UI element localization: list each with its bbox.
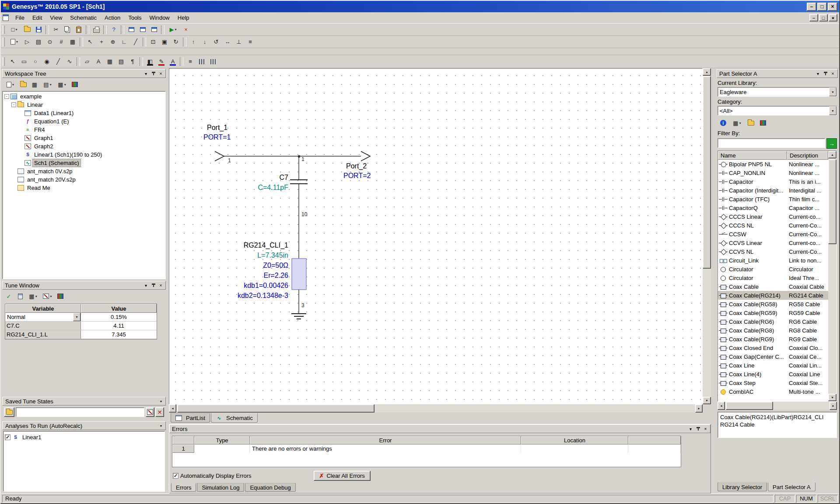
part-row[interactable]: CombIAC Multi-tone ... — [718, 387, 828, 396]
errors-column-header[interactable] — [172, 436, 194, 444]
schematic-canvas[interactable]: Port_1 PORT=1 1 1 Port_2 PORT=2 C7 C=4.1… — [169, 68, 703, 404]
close-button[interactable]: × — [702, 426, 709, 432]
part-info-button[interactable]: i — [718, 118, 729, 128]
part-row[interactable]: Circulator Ideal Thre... — [718, 273, 828, 282]
errors-column-header[interactable]: Type — [194, 436, 250, 444]
tune-value-cell[interactable]: 0.15% — [81, 313, 157, 321]
scroll-up-icon[interactable]: ▴ — [828, 151, 836, 158]
snap-grid-button[interactable]: # — [56, 37, 67, 47]
tab-library-selector[interactable]: Library Selector — [718, 483, 767, 491]
close-button[interactable]: × — [828, 3, 837, 11]
restore-button[interactable]: □ — [817, 3, 827, 11]
stop-analyses-button[interactable]: × — [180, 24, 192, 35]
part-row[interactable]: Coax Cable Coaxial Cable — [718, 282, 828, 291]
tree-item-example[interactable]: - example — [3, 92, 165, 101]
part-row[interactable]: Coax Closed End Coaxial Clo... — [718, 343, 828, 352]
dataset-button[interactable]: ▤ — [33, 37, 44, 47]
paste-button[interactable] — [73, 24, 84, 35]
tab-schematic[interactable]: ∿ Schematic — [211, 413, 258, 423]
tune-column-header[interactable]: Value — [81, 304, 157, 313]
browse-parts-button[interactable] — [745, 118, 756, 128]
errors-column-header[interactable] — [628, 436, 681, 444]
apply-tune-button[interactable]: ✓ — [3, 291, 14, 301]
libraries-button[interactable] — [69, 79, 80, 90]
copy-button[interactable] — [62, 24, 73, 35]
libraries-button[interactable] — [757, 118, 769, 128]
coax-param[interactable]: Er=2.26 — [182, 270, 288, 280]
part-row[interactable]: CCVS Linear Current-co... — [718, 238, 828, 247]
pin-button[interactable] — [822, 70, 829, 77]
canvas-vscrollbar[interactable]: ▴ ▾ — [703, 68, 711, 404]
checkbox[interactable] — [5, 434, 10, 440]
line-color-button[interactable]: ✎ — [156, 56, 167, 67]
menu-item[interactable]: Schematic — [66, 13, 101, 22]
part-row[interactable]: CCSW Current-Co... — [718, 230, 828, 238]
port1-param[interactable]: PORT=1 — [203, 133, 231, 141]
pan-tool-button[interactable]: + — [96, 37, 107, 47]
open-state-button[interactable] — [4, 407, 14, 417]
move-up-button[interactable]: ↑ — [188, 37, 199, 47]
analysis-linear1[interactable]: S Linear1 — [5, 433, 163, 441]
tune-value-cell[interactable]: 7.345 — [81, 330, 157, 339]
chevron-down-icon[interactable] — [73, 313, 80, 321]
clear-state-button[interactable]: ✕ — [155, 407, 164, 417]
open-button[interactable] — [21, 24, 33, 35]
scroll-thumb[interactable] — [177, 404, 374, 413]
select-tool-button[interactable]: ↖ — [7, 56, 18, 67]
tree-item-antmatch-20v[interactable]: ant_match 20V.s2p — [3, 175, 165, 184]
tree-item-antmatch-0v[interactable]: ant_match 0V.s2p — [3, 167, 165, 175]
capacitor-label[interactable]: C7 — [235, 174, 288, 182]
scroll-up-icon[interactable]: ▴ — [703, 68, 711, 76]
capacitor-value[interactable]: C=4.11pF — [217, 184, 288, 192]
fill-color-button[interactable]: ◧ — [144, 56, 156, 67]
libraries-button[interactable] — [55, 291, 66, 301]
part-row[interactable]: CAP_NONLIN Nonlinear ... — [718, 168, 828, 177]
tile-vertical-button[interactable] — [148, 24, 160, 35]
new-button[interactable]: □ — [7, 24, 21, 35]
part-row[interactable]: Coax Cable(RG59) RG59 Cable — [718, 308, 828, 317]
zoom-fit-button[interactable]: ▣ — [159, 37, 170, 47]
scroll-thumb[interactable] — [703, 76, 711, 269]
auto-display-errors-option[interactable]: Automatically Display Errors — [173, 472, 252, 480]
plot-state-button[interactable] — [146, 407, 154, 417]
tree-item-linear[interactable]: - Linear — [3, 101, 165, 109]
part-row[interactable]: CCCS NL Current-Co... — [718, 221, 828, 230]
calculator-button[interactable] — [14, 291, 26, 301]
scroll-down-icon[interactable]: ▾ — [703, 397, 711, 404]
new-item-button[interactable] — [3, 79, 18, 90]
coax-param[interactable]: kdb2=0.1348e-3 — [182, 290, 288, 301]
scroll-thumb[interactable] — [828, 159, 836, 244]
select-tool-button[interactable]: ↖ — [84, 37, 96, 47]
canvas-hscrollbar[interactable]: ◂ ▸ — [169, 404, 703, 413]
chevron-down-button[interactable]: ▾ — [142, 70, 150, 77]
part-row[interactable]: Capacitor This is an i... — [718, 177, 828, 186]
workspace-tree-header[interactable]: Workspace Tree ▾× — [2, 69, 166, 78]
show-layers-button[interactable]: ⊙ — [44, 37, 56, 47]
chevron-down-button[interactable]: ▾ — [687, 426, 694, 432]
tree-item-data1[interactable]: Data1 (Linear1) — [3, 109, 165, 117]
close-button[interactable]: × — [157, 282, 164, 289]
pin-button[interactable] — [150, 70, 157, 77]
tree-item-linear1[interactable]: S Linear1 (Sch1)(190 to 250) — [3, 150, 165, 159]
tile-horizontal-button[interactable] — [137, 24, 148, 35]
view-mode-button[interactable]: ▦ — [730, 118, 744, 128]
tune-variable-dropdown[interactable]: Normal — [5, 313, 80, 321]
part-row[interactable]: Coax Step Coaxial Ste... — [718, 378, 828, 387]
coax-name[interactable]: RG214_CLI_1 — [182, 240, 288, 250]
scroll-down-icon[interactable]: ▾ — [828, 394, 836, 401]
polyline-tool-button[interactable]: ∿ — [64, 56, 75, 67]
options-button[interactable]: ≡ — [245, 37, 256, 47]
cut-button[interactable]: ✂ — [50, 24, 62, 35]
table-view-button[interactable]: ▦ — [26, 291, 40, 301]
part-row[interactable]: CCCS Linear Current-co... — [718, 212, 828, 221]
toolbar-grip[interactable] — [3, 25, 5, 34]
tune-window-header[interactable]: Tune Window ▾× — [2, 281, 166, 290]
part-row[interactable]: Capacitor (Interdigit... Interdigital ..… — [718, 186, 828, 195]
chevron-down-icon[interactable] — [157, 398, 165, 405]
tab-equation-debug[interactable]: Equation Debug — [245, 483, 295, 492]
part-row[interactable]: Coax Cable(RG58) RG58 Cable — [718, 300, 828, 308]
part-row[interactable]: Coax Cable(RG6) RG6 Cable — [718, 317, 828, 326]
help-button[interactable]: ? — [108, 24, 119, 35]
part-row[interactable]: Coax Line(4) Coaxial Line — [718, 370, 828, 378]
text-tool-button[interactable]: A — [93, 56, 104, 67]
